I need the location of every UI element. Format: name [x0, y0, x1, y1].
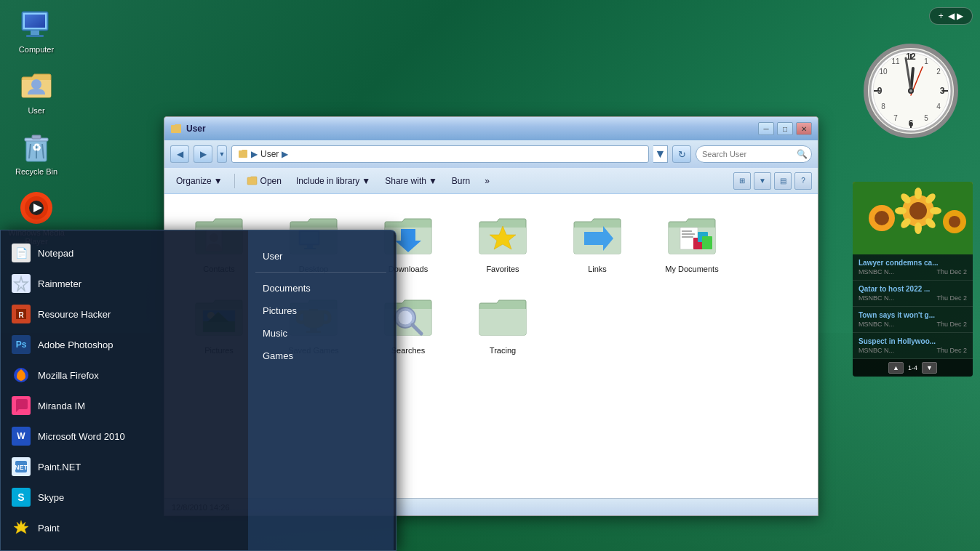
folder-my-documents[interactable]: My Documents: [648, 205, 736, 279]
svg-text:R: R: [18, 311, 24, 319]
titlebar-controls: ─ □ ✕: [758, 122, 812, 135]
folder-title-icon: [170, 123, 182, 134]
favorites-svg: [477, 214, 529, 258]
forward-button[interactable]: ▶: [194, 145, 212, 163]
computer-icon[interactable]: Computer: [7, 7, 65, 54]
address-chevron-icon: ▶: [251, 149, 258, 159]
start-right-documents[interactable]: Documents: [248, 277, 394, 299]
paint-icon: [12, 518, 31, 537]
svg-text:11: 11: [891, 57, 900, 65]
search-box[interactable]: 🔍: [696, 145, 812, 163]
paint-svg: [12, 519, 30, 536]
folder-tracing[interactable]: Tracing: [459, 286, 546, 361]
start-app-miranda[interactable]: Miranda IM: [1, 390, 248, 421]
start-app-firefox[interactable]: Mozilla Firefox: [1, 360, 248, 390]
start-app-paintnet[interactable]: NET Paint.NET: [1, 451, 248, 482]
computer-svg: [19, 7, 54, 42]
user-icon-img: [19, 68, 54, 103]
svg-point-6: [31, 79, 41, 89]
rainmeter-label: Rainmeter: [38, 278, 81, 289]
svg-text:5: 5: [924, 114, 928, 122]
address-path[interactable]: ▶ User ▶: [231, 145, 649, 163]
start-app-paint[interactable]: Paint: [1, 512, 248, 543]
help-button[interactable]: ?: [794, 172, 812, 190]
svg-rect-72: [702, 236, 712, 249]
svg-rect-67: [682, 230, 692, 232]
news-items-list: Lawyer condemns ca... MSNBC N... Thu Dec…: [853, 254, 973, 359]
svg-text:10: 10: [879, 68, 888, 76]
wmp-svg: [19, 190, 54, 225]
open-folder-icon: [247, 175, 258, 187]
links-svg: [571, 214, 624, 258]
news-thumbnail-svg: [853, 182, 973, 254]
burn-button[interactable]: Burn: [446, 171, 476, 191]
wmp-icon-img: [19, 190, 54, 225]
news-source-2: MSNBC N...: [859, 321, 894, 328]
organize-button[interactable]: Organize ▼: [170, 171, 228, 191]
user-label: User: [28, 106, 44, 115]
news-item-0[interactable]: Lawyer condemns ca... MSNBC N... Thu Dec…: [853, 254, 973, 281]
folder-favorites[interactable]: Favorites: [459, 205, 546, 279]
include-library-chevron-icon: ▼: [362, 176, 370, 186]
close-button[interactable]: ✕: [796, 122, 812, 135]
resource-hacker-icon: R: [12, 305, 31, 323]
open-button[interactable]: Open: [241, 171, 287, 191]
share-with-button[interactable]: Share with ▼: [379, 171, 443, 191]
user-icon[interactable]: User: [7, 68, 65, 115]
news-item-2[interactable]: Town says it won't g... MSNBC N... Thu D…: [853, 307, 973, 333]
minimize-button[interactable]: ─: [758, 122, 774, 135]
start-app-photoshop[interactable]: Ps Adobe Photoshop: [1, 329, 248, 360]
maximize-button[interactable]: □: [777, 122, 793, 135]
start-right-user[interactable]: User: [248, 245, 394, 268]
news-page-indicator: 1-4: [908, 364, 917, 371]
start-right-pictures[interactable]: Pictures: [248, 299, 394, 322]
paintnet-svg: NET: [13, 459, 29, 475]
news-date-2: Thu Dec 2: [936, 321, 967, 328]
recycle-bin-icon[interactable]: ♻ Recycle Bin: [7, 129, 65, 176]
start-right-music-label: Music: [263, 328, 287, 339]
clock-face: 12 3 6 9 1 2 4: [864, 44, 958, 138]
svg-point-46: [909, 202, 927, 220]
word-label: Microsoft Word 2010: [38, 431, 125, 442]
svg-rect-2: [31, 31, 39, 35]
news-item-1[interactable]: Qatar to host 2022 ... MSNBC N... Thu De…: [853, 281, 973, 307]
news-pagination: ▲ 1-4 ▼: [853, 359, 973, 377]
search-icon[interactable]: 🔍: [797, 149, 808, 159]
preview-pane-button[interactable]: ▤: [774, 172, 792, 190]
svg-rect-5: [25, 15, 45, 28]
svg-marker-84: [15, 277, 28, 291]
start-app-rainmeter[interactable]: Rainmeter: [1, 268, 248, 299]
clock-widget: 12 3 6 9 1 2 4: [864, 44, 965, 145]
folder-links[interactable]: Links: [554, 205, 641, 279]
include-in-library-button[interactable]: Include in library ▼: [290, 171, 376, 191]
start-right-music[interactable]: Music: [248, 322, 394, 345]
address-dropdown-button[interactable]: ▼: [653, 145, 668, 163]
news-prev-button[interactable]: ▲: [888, 362, 904, 374]
start-app-word[interactable]: W Microsoft Word 2010: [1, 421, 248, 451]
start-right-games-label: Games: [263, 350, 293, 361]
more-options-button[interactable]: »: [479, 171, 495, 191]
view-icon-button[interactable]: ⊞: [733, 172, 751, 190]
back-button[interactable]: ◀: [170, 145, 189, 163]
recent-locations-button[interactable]: ▼: [217, 145, 227, 163]
start-right-user-label: User: [263, 251, 282, 262]
burn-label: Burn: [452, 176, 470, 186]
start-app-skype[interactable]: S Skype: [1, 482, 248, 512]
svg-point-50: [915, 222, 922, 234]
rainmeter-svg: [13, 276, 29, 291]
view-dropdown-button[interactable]: ▼: [754, 172, 771, 190]
news-date-0: Thu Dec 2: [936, 268, 967, 276]
start-app-resource-hacker[interactable]: R Resource Hacker: [1, 299, 248, 329]
search-input[interactable]: [702, 150, 797, 158]
news-item-3[interactable]: Suspect in Hollywoo... MSNBC N... Thu De…: [853, 333, 973, 359]
refresh-button[interactable]: ↻: [672, 145, 691, 163]
gadget-add-button[interactable]: + ◀ ▶: [929, 7, 973, 25]
start-right-games[interactable]: Games: [248, 345, 394, 367]
recycle-bin-label: Recycle Bin: [15, 167, 57, 176]
news-next-button[interactable]: ▼: [922, 362, 937, 374]
recycle-bin-svg: ♻: [19, 129, 54, 164]
user-folder-svg: [19, 68, 54, 103]
start-app-notepad[interactable]: 📄 Notepad: [1, 238, 248, 268]
news-title-2: Town says it won't g...: [859, 311, 967, 319]
notepad-label: Notepad: [38, 248, 73, 259]
